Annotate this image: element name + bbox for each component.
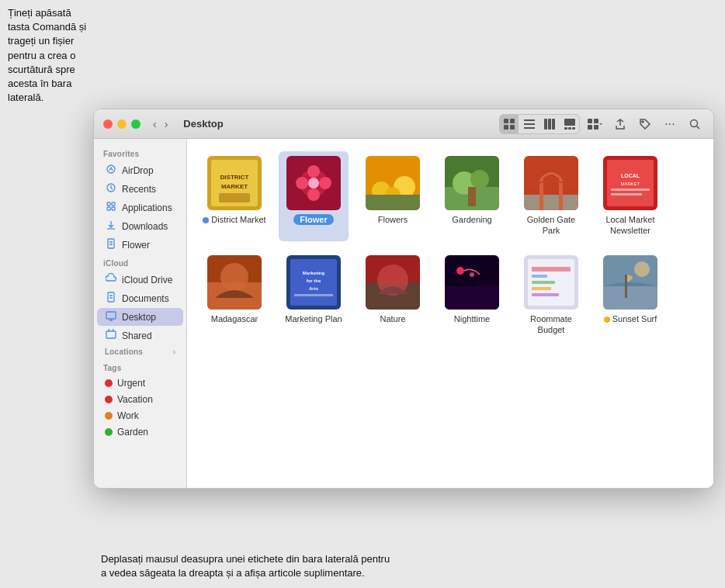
- sidebar-item-applications[interactable]: Applications: [97, 199, 183, 216]
- svg-rect-29: [106, 312, 116, 319]
- sidebar-locations-row: Locations ›: [97, 345, 183, 358]
- locations-label: Locations: [105, 348, 173, 356]
- sidebar-item-downloads[interactable]: Downloads: [97, 217, 183, 235]
- sidebar-item-urgent[interactable]: Urgent: [97, 375, 183, 391]
- svg-rect-71: [294, 294, 333, 296]
- svg-rect-76: [445, 286, 499, 310]
- share-icon[interactable]: [611, 115, 630, 133]
- svg-text:for the: for the: [307, 278, 321, 283]
- file-flowers[interactable]: Flowers: [358, 151, 428, 241]
- desktop-icon: [105, 310, 117, 323]
- sidebar-item-documents[interactable]: Documents: [97, 289, 183, 307]
- minimize-button[interactable]: [117, 119, 127, 129]
- svg-point-77: [456, 267, 464, 275]
- view-toggle-group: [499, 114, 580, 134]
- work-tag-dot: [105, 412, 113, 420]
- sidebar-item-shared[interactable]: Shared: [97, 327, 183, 344]
- file-madagascar[interactable]: Madagascar: [199, 251, 269, 341]
- file-flower[interactable]: Flower: [279, 151, 349, 241]
- sidebar-airdrop-label: AirDrop: [122, 165, 154, 176]
- flower-doc-icon: [105, 238, 117, 251]
- sidebar-item-recents[interactable]: Recents: [97, 180, 183, 198]
- sidebar-vacation-label: Vacation: [117, 394, 153, 405]
- svg-text:MARKET: MARKET: [221, 183, 248, 190]
- view-icon-gallery[interactable]: [560, 115, 579, 133]
- vacation-tag-dot: [105, 396, 113, 403]
- sidebar-item-garden[interactable]: Garden: [97, 424, 183, 440]
- svg-text:Arts: Arts: [309, 286, 319, 291]
- file-nature-name: Nature: [380, 313, 405, 324]
- thumb-golden-gate: [524, 156, 578, 210]
- svg-rect-0: [504, 119, 508, 123]
- svg-point-18: [642, 121, 643, 123]
- file-marketing-plan[interactable]: Marketing for the Arts Marketing Plan: [279, 251, 349, 341]
- file-golden-gate[interactable]: Golden Gate Park: [516, 151, 586, 241]
- svg-text:Marketing: Marketing: [303, 271, 325, 275]
- svg-point-51: [470, 170, 489, 189]
- locations-chevron[interactable]: ›: [173, 348, 175, 356]
- file-sunset-surf[interactable]: Sunset Surf: [595, 251, 665, 341]
- file-nature[interactable]: Nature: [358, 251, 428, 341]
- file-golden-gate-name: Golden Gate Park: [519, 214, 583, 237]
- finder-window: ‹ › Desktop: [93, 109, 714, 489]
- view-icon-list[interactable]: [520, 115, 539, 133]
- svg-rect-56: [559, 179, 563, 210]
- search-icon[interactable]: [685, 115, 704, 133]
- sidebar-recents-label: Recents: [122, 184, 156, 195]
- file-roommate-budget[interactable]: Roommate Budget: [516, 251, 586, 341]
- thumb-sunset-surf: [603, 255, 657, 310]
- sidebar-shared-label: Shared: [122, 330, 152, 341]
- annotation-bottom: Deplasați mausul deasupra unei etichete …: [101, 552, 396, 580]
- sidebar-item-work[interactable]: Work: [97, 408, 183, 424]
- svg-rect-12: [568, 127, 571, 130]
- svg-point-41: [319, 177, 331, 189]
- file-local-market[interactable]: LOCAL MARKET Local Market Newsletter: [595, 151, 665, 241]
- thumb-district-market: DISTRICT MARKET: [207, 156, 262, 210]
- airdrop-icon: [105, 164, 117, 177]
- sidebar-urgent-label: Urgent: [117, 378, 145, 389]
- maximize-button[interactable]: [131, 119, 140, 129]
- svg-rect-23: [107, 202, 110, 206]
- svg-rect-10: [564, 119, 575, 126]
- svg-rect-28: [108, 292, 114, 302]
- group-icon[interactable]: [586, 115, 605, 133]
- sidebar-item-vacation[interactable]: Vacation: [97, 392, 183, 407]
- tags-label: Tags: [94, 359, 186, 375]
- more-icon[interactable]: ···: [661, 115, 679, 133]
- svg-rect-62: [611, 193, 642, 195]
- tag-icon[interactable]: [636, 115, 654, 133]
- svg-rect-55: [539, 179, 543, 210]
- svg-point-42: [308, 178, 319, 189]
- close-button[interactable]: [103, 119, 113, 129]
- svg-rect-14: [588, 119, 592, 123]
- svg-point-38: [307, 165, 320, 178]
- sidebar-garden-label: Garden: [117, 427, 148, 438]
- sidebar-documents-label: Documents: [122, 293, 169, 304]
- sidebar-item-airdrop[interactable]: AirDrop: [97, 161, 183, 179]
- file-district-market[interactable]: DISTRICT MARKET District Market: [199, 151, 269, 241]
- sidebar-item-desktop[interactable]: Desktop: [97, 308, 183, 326]
- file-nighttime-name: Nighttime: [454, 313, 490, 324]
- sidebar-item-flower[interactable]: Flower: [97, 236, 183, 254]
- svg-rect-81: [532, 267, 571, 272]
- sidebar-downloads-label: Downloads: [122, 221, 168, 232]
- svg-text:MARKET: MARKET: [620, 182, 640, 186]
- file-district-market-name: District Market: [203, 214, 265, 225]
- garden-tag-dot: [105, 428, 113, 436]
- svg-rect-9: [552, 119, 555, 130]
- svg-rect-4: [524, 119, 535, 121]
- file-roommate-budget-name: Roommate Budget: [519, 313, 583, 336]
- svg-rect-1: [510, 119, 515, 123]
- file-gardening[interactable]: Gardening: [437, 151, 507, 241]
- view-icon-columns[interactable]: [540, 115, 559, 133]
- svg-rect-3: [510, 125, 515, 130]
- file-flower-badge: Flower: [293, 214, 333, 225]
- traffic-lights: [103, 119, 140, 129]
- view-icon-grid[interactable]: [500, 115, 519, 133]
- back-button[interactable]: ‹: [150, 116, 160, 132]
- applications-icon: [105, 201, 117, 214]
- file-nighttime[interactable]: Nighttime: [437, 251, 507, 341]
- sidebar-item-icloud-drive[interactable]: iCloud Drive: [97, 271, 183, 289]
- svg-rect-5: [524, 123, 535, 125]
- forward-button[interactable]: ›: [161, 116, 172, 132]
